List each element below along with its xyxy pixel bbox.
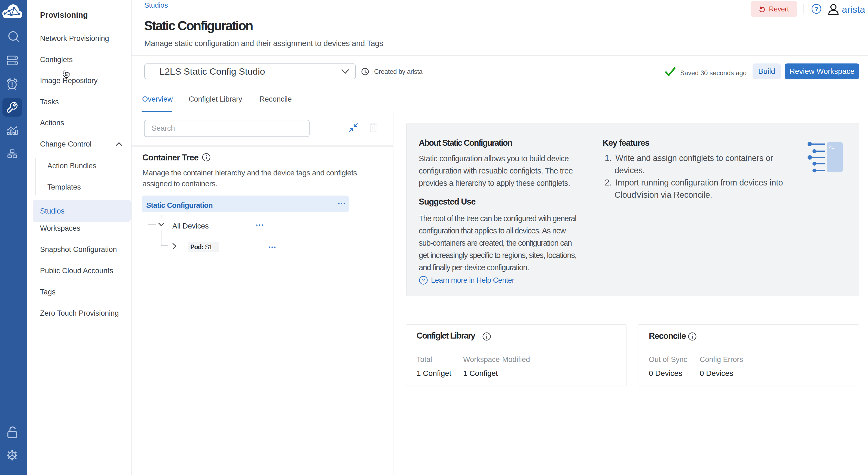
svg-text:?: ? xyxy=(815,6,818,12)
svg-text:i: i xyxy=(691,334,693,339)
svg-text:i: i xyxy=(206,154,207,160)
svg-text:?: ? xyxy=(422,277,425,283)
svg-text:>_: >_ xyxy=(829,144,835,150)
svg-text:i: i xyxy=(486,334,488,339)
